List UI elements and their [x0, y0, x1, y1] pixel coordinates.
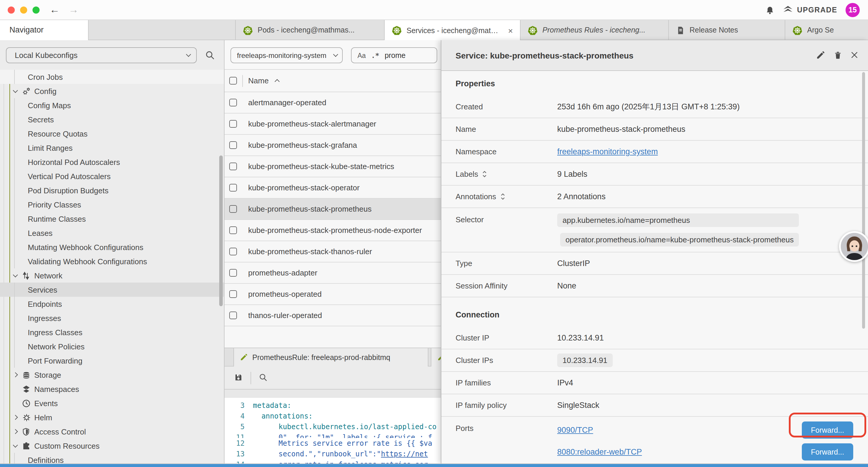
sidebar-item-custom-resources[interactable]: Custom Resources — [0, 439, 224, 453]
table-header[interactable]: Name — [224, 70, 441, 92]
editor-tab-prometheusrule[interactable]: PrometheusRule: freeleaps-prod-rabbitmq — [234, 348, 428, 367]
kubeconfig-selector[interactable]: Local Kubeconfigs — [6, 47, 197, 63]
sidebar-item-config-maps[interactable]: Config Maps — [0, 98, 224, 112]
sidebar-item-access-control[interactable]: Access Control — [0, 425, 224, 439]
table-row[interactable]: kube-prometheus-stack-operator — [224, 177, 441, 199]
select-all-checkbox[interactable] — [229, 77, 237, 84]
sidebar-item-mutating-webhook-configurations[interactable]: Mutating Webhook Configurations — [0, 240, 224, 254]
forward-button[interactable]: Forward... — [802, 443, 853, 461]
row-checkbox[interactable] — [229, 141, 237, 149]
table-row[interactable]: kube-prometheus-stack-prometheus — [224, 199, 441, 220]
tab-navigator[interactable]: Navigator — [0, 20, 89, 40]
row-checkbox[interactable] — [229, 183, 237, 191]
sidebar-item-endpoints[interactable]: Endpoints — [0, 297, 224, 311]
table-row[interactable]: prometheus-adapter — [224, 262, 441, 284]
port-link[interactable]: 8080:reloader-web/TCP — [557, 447, 642, 456]
sidebar-item-leases[interactable]: Leases — [0, 226, 224, 240]
sidebar-item-limit-ranges[interactable]: Limit Ranges — [0, 141, 224, 155]
save-icon[interactable] — [234, 373, 243, 382]
forward-icon[interactable]: → — [68, 2, 79, 18]
chevron-down-icon[interactable] — [13, 272, 18, 277]
upgrade-button[interactable]: UPGRADE — [783, 6, 837, 14]
sidebar-item-network-policies[interactable]: Network Policies — [0, 339, 224, 353]
row-checkbox[interactable] — [229, 162, 237, 170]
tab-prometheus-rules-icecheng[interactable]: Prometheus Rules - icecheng... — [521, 20, 669, 40]
tab-argo-se[interactable]: Argo Se — [785, 20, 868, 40]
port-link[interactable]: 9090/TCP — [557, 426, 593, 435]
sidebar-item-helm[interactable]: Helm — [0, 410, 224, 425]
row-checkbox[interactable] — [229, 311, 237, 319]
sidebar-item-definitions[interactable]: Definitions — [0, 453, 224, 464]
sidebar-item-label: Runtime Classes — [28, 214, 86, 223]
delete-icon[interactable] — [834, 51, 842, 60]
column-header-name[interactable]: Name — [248, 70, 269, 92]
chevron-down-icon[interactable] — [13, 88, 18, 93]
sidebar-item-port-forwarding[interactable]: Port Forwarding — [0, 353, 224, 368]
sidebar-item-pod-disruption-budgets[interactable]: Pod Disruption Budgets — [0, 183, 224, 198]
namespace-filter[interactable]: freeleaps-monitoring-system — [230, 47, 343, 63]
regex-toggle[interactable]: .* — [371, 51, 379, 59]
sidebar-item-secrets[interactable]: Secrets — [0, 112, 224, 126]
close-icon[interactable]: × — [508, 26, 513, 35]
table-row[interactable]: kube-prometheus-stack-grafana — [224, 135, 441, 156]
close-icon[interactable] — [850, 51, 859, 59]
table-row[interactable]: alertmanager-operated — [224, 92, 441, 114]
row-checkbox[interactable] — [229, 290, 237, 298]
tab-release-notes[interactable]: Release Notes — [669, 20, 785, 40]
sidebar-item-priority-classes[interactable]: Priority Classes — [0, 198, 224, 212]
sidebar-item-cron-jobs[interactable]: Cron Jobs — [0, 70, 224, 84]
property-row-namespace: Namespacefreeleaps-monitoring-system — [441, 141, 868, 163]
expander-icon[interactable] — [483, 170, 487, 178]
code-editor-content[interactable]: 3metadata:4 annotations:5 kubectl.kubern… — [224, 398, 441, 464]
row-checkbox[interactable] — [229, 226, 237, 234]
edit-icon[interactable] — [816, 51, 825, 60]
table-row[interactable]: prometheus-operated — [224, 284, 441, 305]
chevron-right-icon[interactable] — [13, 429, 18, 434]
table-row[interactable]: thanos-ruler-operated — [224, 305, 441, 326]
sidebar-scrollbar[interactable] — [219, 155, 223, 306]
sidebar-item-namespaces[interactable]: Namespaces — [0, 382, 224, 396]
table-row[interactable]: kube-prometheus-stack-thanos-ruler — [224, 241, 441, 262]
row-checkbox[interactable] — [229, 120, 237, 127]
window-close-button[interactable] — [8, 6, 15, 13]
bell-icon[interactable] — [765, 5, 775, 15]
row-checkbox[interactable] — [229, 205, 237, 212]
service-name: alertmanager-operated — [248, 92, 327, 114]
sidebar-item-ingress-classes[interactable]: Ingress Classes — [0, 325, 224, 339]
detail-scrollbar[interactable] — [862, 72, 865, 329]
sidebar-item-ingresses[interactable]: Ingresses — [0, 311, 224, 325]
sidebar-item-services[interactable]: Services — [0, 283, 224, 297]
row-checkbox[interactable] — [229, 98, 237, 106]
property-row-selector: Selectorapp.kubernetes.io/name=prometheu… — [441, 208, 868, 253]
table-row[interactable]: kube-prometheus-stack-alertmanager — [224, 114, 441, 135]
row-checkbox[interactable] — [229, 247, 237, 255]
chevron-right-icon[interactable] — [13, 372, 18, 377]
assistant-avatar[interactable] — [839, 231, 868, 262]
sidebar-item-events[interactable]: Events — [0, 396, 224, 410]
table-row[interactable]: kube-prometheus-stack-prometheus-node-ex… — [224, 220, 441, 241]
expander-icon[interactable] — [500, 193, 505, 200]
search-icon[interactable] — [259, 373, 268, 382]
sidebar-item-runtime-classes[interactable]: Runtime Classes — [0, 212, 224, 226]
match-case-toggle[interactable]: Aa — [358, 52, 366, 59]
sidebar-item-horizontal-pod-autoscalers[interactable]: Horizontal Pod Autoscalers — [0, 155, 224, 169]
table-row[interactable]: kube-prometheus-stack-kube-state-metrics — [224, 156, 441, 177]
service-search-input[interactable]: Aa .* prome — [351, 47, 437, 63]
sidebar-item-validating-webhook-configurations[interactable]: Validating Webhook Configurations — [0, 254, 224, 268]
chevron-down-icon[interactable] — [13, 442, 18, 447]
sidebar-item-config[interactable]: Config — [0, 84, 224, 98]
window-minimize-button[interactable] — [20, 6, 27, 13]
sidebar-item-storage[interactable]: Storage — [0, 368, 224, 382]
row-checkbox[interactable] — [229, 269, 237, 276]
search-icon[interactable] — [205, 50, 215, 60]
tab-services-icecheng-math[interactable]: Services - icecheng@math...× — [385, 20, 521, 40]
tab-pods-icecheng-mathmas[interactable]: Pods - icecheng@mathmas... — [235, 20, 385, 40]
sidebar-item-vertical-pod-autoscalers[interactable]: Vertical Pod Autoscalers — [0, 169, 224, 183]
chevron-right-icon[interactable] — [13, 415, 18, 420]
sidebar-item-network[interactable]: Network — [0, 268, 224, 283]
namespace-link[interactable]: freeleaps-monitoring-system — [557, 147, 658, 156]
back-icon[interactable]: ← — [50, 2, 60, 18]
notification-count-badge[interactable]: 15 — [845, 3, 860, 17]
sidebar-item-resource-quotas[interactable]: Resource Quotas — [0, 126, 224, 141]
window-zoom-button[interactable] — [32, 6, 39, 13]
